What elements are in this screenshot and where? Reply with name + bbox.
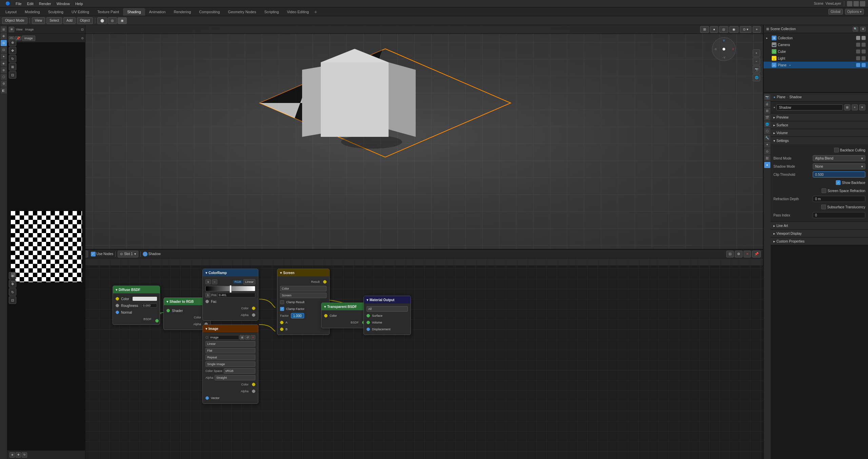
ne-left-icon-4[interactable]: ⊡ xyxy=(9,296,16,304)
ne-left-icon-2[interactable]: ✥ xyxy=(9,280,16,288)
rendered-view-btn[interactable]: ◉ xyxy=(729,26,738,33)
transparent-header[interactable]: ▾ Transparent BSDF xyxy=(321,303,368,310)
diffuse-normal-socket[interactable] xyxy=(116,311,119,314)
vis-render[interactable] xyxy=(862,36,866,40)
material-name-field[interactable]: Shadow xyxy=(776,104,843,110)
ssr-checkbox[interactable] xyxy=(822,188,826,193)
outliner-item-cube[interactable]: ⬡ Cube xyxy=(764,48,868,55)
screen-factor-value[interactable]: 1.000 xyxy=(291,313,304,318)
img-source-dropdown[interactable]: Single Image xyxy=(205,361,255,367)
global-selector[interactable]: Global xyxy=(828,9,843,15)
ne-close[interactable]: ✕ xyxy=(744,251,751,257)
tab-modeling[interactable]: Modeling xyxy=(21,8,44,16)
diffuse-roughness-socket[interactable] xyxy=(116,304,119,307)
gizmo-toggle[interactable]: ⌖ xyxy=(753,26,761,33)
viewport-display-header[interactable]: ▸ Viewport Display xyxy=(771,230,868,237)
outliner-item-collection[interactable]: ▸ ⊞ Collection xyxy=(764,35,868,41)
props-tab-output[interactable]: 🖨 xyxy=(764,101,770,107)
slot-selector[interactable]: ⊙ Slot 1 ▾ xyxy=(118,251,138,257)
cr-index-value[interactable]: 1 xyxy=(205,293,210,297)
tab-sculpting[interactable]: Sculpting xyxy=(44,8,67,16)
sidebar-icon-5[interactable]: ◈ xyxy=(1,60,7,66)
ne-zoom-icon[interactable]: ⊡ xyxy=(726,251,734,257)
cr-pos-value[interactable]: 0.481 xyxy=(218,293,255,297)
mo-target-dropdown[interactable]: All xyxy=(367,306,408,312)
ne-left-icon-1[interactable]: ⊕ xyxy=(9,272,16,279)
str-shader-in-socket[interactable] xyxy=(166,309,170,312)
ne-settings[interactable]: ⚙ xyxy=(735,251,743,257)
clip-threshold-value[interactable]: 0.500 xyxy=(813,171,865,178)
material-output-header[interactable]: ▾ Material Output xyxy=(364,296,411,304)
cr-stop-handle[interactable] xyxy=(230,285,232,293)
sidebar-icon-9[interactable]: ◧ xyxy=(1,87,7,93)
tab-scripting[interactable]: Scripting xyxy=(260,8,283,16)
options-button[interactable]: Options ▾ xyxy=(845,9,864,15)
props-tab-world[interactable]: 🌐 xyxy=(764,121,770,127)
use-nodes-toggle[interactable]: ✓ Use Nodes xyxy=(91,252,113,256)
menu-window[interactable]: Window xyxy=(54,1,73,6)
props-tab-physics[interactable]: ⊙ xyxy=(764,148,770,154)
img-alpha-dropdown[interactable]: Straight xyxy=(215,375,255,380)
cursor-tool[interactable]: ⊕ xyxy=(9,39,16,46)
sidebar-icon-2[interactable]: ✥ xyxy=(1,33,7,39)
ip-settings-icon[interactable]: ⚙ xyxy=(81,37,84,40)
img-color-out-socket[interactable] xyxy=(252,383,255,386)
tab-uv-editing[interactable]: UV Editing xyxy=(67,8,93,16)
plane-vis-eye[interactable] xyxy=(856,63,860,67)
camera-view[interactable]: 📷 xyxy=(753,66,760,73)
tab-texture-paint[interactable]: Texture Paint xyxy=(93,8,123,16)
menu-edit[interactable]: Edit xyxy=(24,1,36,6)
img-file-name[interactable]: image xyxy=(209,335,239,340)
add-menu[interactable]: Add xyxy=(63,17,76,24)
camera-vis-render[interactable] xyxy=(862,43,866,47)
img-file-icon1[interactable]: ⊞ xyxy=(240,335,244,340)
screen-header[interactable]: ▾ Screen xyxy=(277,269,329,276)
shadow-mode-dropdown[interactable]: None ▾ xyxy=(813,163,865,169)
ne-pin[interactable]: 📌 xyxy=(752,251,761,257)
cube-vis-eye[interactable] xyxy=(856,49,860,54)
screen-b-socket[interactable] xyxy=(280,328,283,331)
diffuse-bsdf-out-socket[interactable] xyxy=(155,319,159,322)
trans-color-in-socket[interactable] xyxy=(324,314,328,317)
screen-clamp-factor-checkbox[interactable]: ✓ xyxy=(280,307,284,311)
diffuse-color-socket-in[interactable] xyxy=(116,297,119,300)
navigation-widget[interactable]: Y -Y -X X xyxy=(712,37,736,61)
props-tab-object[interactable]: ⬡ xyxy=(764,128,770,134)
img-projection-dropdown[interactable]: Flat xyxy=(205,348,255,353)
screen-a-socket[interactable] xyxy=(280,321,283,324)
material-preview[interactable]: ◎ xyxy=(108,17,117,24)
img-extension-dropdown[interactable]: Repeat xyxy=(205,355,255,360)
viewport-overlays[interactable]: ⊙ ▾ xyxy=(740,26,751,33)
lineart-section-header[interactable]: ▸ Line Art xyxy=(771,222,868,229)
cr-remove-stop[interactable]: − xyxy=(212,279,217,284)
solid-view[interactable]: ● xyxy=(710,26,718,33)
material-unlink-btn[interactable]: ✕ xyxy=(859,104,865,110)
3d-viewport[interactable]: View Select Add Object ⊞ ● ◎ ◉ ⊙ ▾ ⌖ ⊕ ✥ xyxy=(7,25,763,249)
menu-render[interactable]: Render xyxy=(36,1,54,6)
tab-rendering[interactable]: Rendering xyxy=(170,8,195,16)
light-vis-render[interactable] xyxy=(862,56,866,60)
img-vector-in-socket[interactable] xyxy=(205,396,209,400)
ne-left-icon-3[interactable]: ↻ xyxy=(9,288,16,296)
mo-displacement-socket[interactable] xyxy=(367,328,370,331)
material-selector[interactable]: ● Shadow xyxy=(143,252,161,256)
blend-mode-dropdown[interactable]: Alpha Blend ▾ xyxy=(813,155,865,161)
menu-blender[interactable]: 🔵 xyxy=(3,1,13,6)
screen-result-socket[interactable] xyxy=(323,280,327,284)
preview-section-header[interactable]: ▸ Preview xyxy=(771,113,868,121)
add-workspace-button[interactable]: + xyxy=(314,9,317,15)
node-canvas[interactable]: ▾ Diffuse BSDF Color Roughness 0.000 xyxy=(7,258,763,459)
props-tab-view-layer[interactable]: ⊞ xyxy=(764,108,770,114)
pass-index-value[interactable]: 0 xyxy=(813,212,865,218)
sidebar-icon-3[interactable]: ⊡ xyxy=(1,47,7,53)
transform-tool[interactable]: ⊡ xyxy=(9,71,16,79)
img-colorspace-dropdown[interactable]: sRGB xyxy=(224,368,255,374)
outliner-item-plane[interactable]: ▱ Plane ● xyxy=(764,62,868,68)
material-add-btn[interactable]: + xyxy=(852,104,858,110)
diffuse-color-swatch[interactable] xyxy=(133,297,157,301)
show-backface-checkbox[interactable]: ✓ xyxy=(836,180,841,185)
material-view[interactable]: ◎ xyxy=(719,26,728,33)
img-file-icon2[interactable]: ↺ xyxy=(245,335,250,340)
cr-add-stop[interactable]: + xyxy=(205,279,211,284)
sidebar-icon-active[interactable]: ⊙ xyxy=(1,40,7,46)
